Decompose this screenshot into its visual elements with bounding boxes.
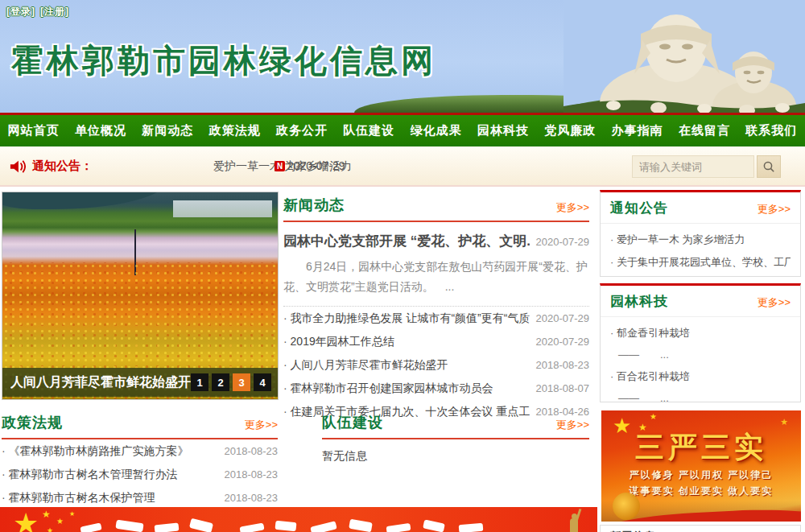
tech-box-item-sub: —— ...: [610, 344, 791, 365]
search-button[interactable]: [757, 155, 781, 178]
news-item-date: 2018-08-23: [536, 353, 590, 377]
soldier-statue-decor: [564, 510, 584, 532]
star-icon: ★: [13, 507, 39, 532]
star-icon: ★: [42, 509, 51, 520]
star-icon: ★: [56, 517, 64, 526]
news-item-date: 2020-07-29: [536, 330, 590, 353]
pager-1[interactable]: 1: [191, 373, 208, 391]
nav-item-policy[interactable]: 政策法规: [201, 115, 268, 146]
news-item-link[interactable]: 我市全力助推绿色发展 让城市有“颜值”更有“气质”: [283, 307, 530, 330]
notice-ticker-date: 2020-07-29: [287, 159, 345, 172]
news-featured-row: 园林中心党支部开展 “爱花、护花、文明... 2020-07-29: [283, 232, 589, 250]
team-title: 队伍建设: [322, 413, 383, 432]
carousel-caption-bar: 人间八月芳菲尽霍市鲜花始盛开 1 2 3 4: [2, 368, 278, 397]
carousel-hill-decor: [2, 192, 167, 209]
star-icon: ★: [69, 510, 75, 518]
news-list-item: 人间八月芳菲尽霍市鲜花始盛开 2018-08-23: [283, 353, 589, 377]
policy-item-link[interactable]: 霍林郭勒市古树名木保护管理: [2, 486, 155, 509]
nav-item-message[interactable]: 在线留言: [671, 115, 737, 146]
policy-item-link[interactable]: 霍林郭勒市古树名木管理暂行办法: [2, 463, 178, 486]
news-featured-title[interactable]: 园林中心党支部开展 “爱花、护花、文明...: [283, 232, 530, 250]
carousel-caption[interactable]: 人间八月芳菲尽霍市鲜花始盛开: [10, 374, 191, 391]
nav-item-team[interactable]: 队伍建设: [336, 115, 402, 146]
policy-list-item: 《霍林郭勒市林荫路推广实施方案》 2018-08-23: [2, 439, 278, 463]
policy-item-date: 2018-08-23: [225, 439, 279, 463]
party-banner-image[interactable]: ★ ★ ★ ★ 三严三实 严以修身 严以用权 严以律己 谋事要实 创业要实 做人…: [601, 410, 801, 522]
bottom-banner-image[interactable]: ★ ★ ★ ★ ★: [0, 507, 597, 532]
news-featured-summary: 6月24日，园林中心党支部在敖包山芍药园开展“爱花、护花、文明赏花”主题党日活动…: [283, 257, 589, 307]
news-item-link[interactable]: 人间八月芳菲尽霍市鲜花始盛开: [283, 353, 448, 377]
policy-list: 《霍林郭勒市林荫路推广实施方案》 2018-08-23 霍林郭勒市古树名木管理暂…: [2, 439, 278, 509]
pager-4[interactable]: 4: [254, 373, 271, 391]
nav-item-news[interactable]: 新闻动态: [134, 115, 201, 146]
policy-item-link[interactable]: 《霍林郭勒市林荫路推广实施方案》: [2, 439, 189, 463]
tech-box-item-link[interactable]: 百合花引种栽培: [610, 365, 791, 388]
policy-item-date: 2018-08-23: [225, 486, 279, 509]
pager-2[interactable]: 2: [212, 373, 229, 391]
party-banner-title: 三严三实: [601, 428, 801, 468]
tech-box-title: 园林科技: [610, 292, 668, 311]
nav-item-guide[interactable]: 办事指南: [604, 115, 671, 146]
news-item-link[interactable]: 2019年园林工作总结: [283, 330, 394, 353]
sidebar-empty-box: 暂无信息: [600, 525, 801, 532]
page: [登录][注册] 霍林郭勒市园林绿化信息网: [0, 0, 805, 532]
news-item-date: 2020-07-29: [536, 307, 590, 330]
nav-item-greening[interactable]: 绿化成果: [402, 115, 469, 146]
policy-more-link[interactable]: 更多>>: [245, 418, 278, 432]
nav-item-party[interactable]: 党风廉政: [537, 115, 604, 146]
news-item-date: 2018-08-07: [536, 377, 590, 400]
news-featured-date: 2020-07-29: [536, 236, 590, 248]
nav-item-about[interactable]: 单位概况: [67, 115, 134, 146]
news-header: 新闻动态 更多>>: [283, 196, 589, 222]
new-badge-icon: N: [275, 161, 285, 171]
register-link[interactable]: [注册]: [40, 6, 69, 17]
notice-box: 通知公告 更多>> 爱护一草一木 为家乡增活力 关于集中开展花园式单位、学校、工…: [600, 190, 801, 277]
team-more-link[interactable]: 更多>>: [556, 418, 589, 432]
notice-box-item-link[interactable]: 关于集中开展花园式单位、学校、工厂...: [610, 251, 791, 274]
speaker-icon: [10, 159, 26, 174]
team-section: 队伍建设 更多>> 暂无信息: [322, 413, 589, 464]
tech-box: 园林科技 更多>> 郁金香引种栽培 —— ... 百合花引种栽培 —— ...: [600, 283, 801, 402]
nav-item-tech[interactable]: 园林科技: [469, 115, 536, 146]
star-icon: ★: [650, 412, 657, 421]
policy-list-item: 霍林郭勒市古树名木管理暂行办法 2018-08-23: [2, 463, 278, 486]
search-icon: [762, 160, 775, 173]
policy-header: 政策法规 更多>>: [2, 413, 278, 439]
auth-links: [登录][注册]: [6, 5, 74, 19]
news-section: 新闻动态 更多>> 园林中心党支部开展 “爱花、护花、文明... 2020-07…: [283, 196, 589, 423]
genghis-khan-statues-image: [564, 0, 805, 113]
tech-box-item-sub: —— ...: [610, 388, 791, 409]
tech-box-more-link[interactable]: 更多>>: [758, 295, 791, 310]
login-link[interactable]: [登录]: [6, 6, 35, 17]
policy-section: 政策法规 更多>> 《霍林郭勒市林荫路推广实施方案》 2018-08-23 霍林…: [2, 413, 278, 509]
party-banner-line1: 严以修身 严以用权 严以律己: [601, 468, 801, 482]
news-list: 我市全力助推绿色发展 让城市有“颜值”更有“气质” 2020-07-29 201…: [283, 307, 589, 423]
notice-box-more-link[interactable]: 更多>>: [758, 202, 791, 217]
news-title: 新闻动态: [283, 196, 345, 215]
nav-item-contact[interactable]: 联系我们: [738, 115, 805, 146]
news-item-link[interactable]: 霍林郭勒市召开创建国家园林城市动员会: [283, 377, 493, 400]
policy-title: 政策法规: [2, 413, 63, 432]
pager-3-active[interactable]: 3: [233, 373, 250, 391]
nav-item-gov-info[interactable]: 政务公开: [268, 115, 335, 146]
star-icon: ★: [47, 526, 53, 532]
site-header: [登录][注册] 霍林郭勒市园林绿化信息网: [0, 0, 805, 113]
notice-label: 通知公告：: [32, 159, 93, 174]
carousel-buildings-decor: [173, 200, 272, 217]
carousel-pager: 1 2 3 4: [191, 373, 271, 391]
site-title: 霍林郭勒市园林绿化信息网: [11, 39, 436, 83]
party-emblem-icon: [613, 493, 640, 520]
news-list-item: 霍林郭勒市召开创建国家园林城市动员会 2018-08-07: [283, 377, 589, 400]
policy-item-date: 2018-08-23: [225, 463, 279, 486]
tech-box-item-link[interactable]: 郁金香引种栽培: [610, 322, 791, 344]
main-nav: 网站首页 单位概况 新闻动态 政策法规 政务公开 队伍建设 绿化成果 园林科技 …: [0, 113, 805, 146]
news-more-link[interactable]: 更多>>: [556, 200, 589, 215]
nav-item-home[interactable]: 网站首页: [0, 115, 67, 146]
notice-box-item-link[interactable]: 爱护一草一木 为家乡增活力: [610, 229, 791, 251]
search-input[interactable]: [632, 155, 754, 178]
tech-box-header: 园林科技 更多>>: [601, 286, 800, 317]
star-icon: ★: [780, 417, 788, 427]
team-empty-text: 暂无信息: [322, 449, 589, 464]
policy-list-item: 霍林郭勒市古树名木保护管理 2018-08-23: [2, 486, 278, 509]
photo-carousel[interactable]: 人间八月芳菲尽霍市鲜花始盛开 1 2 3 4: [2, 192, 279, 400]
